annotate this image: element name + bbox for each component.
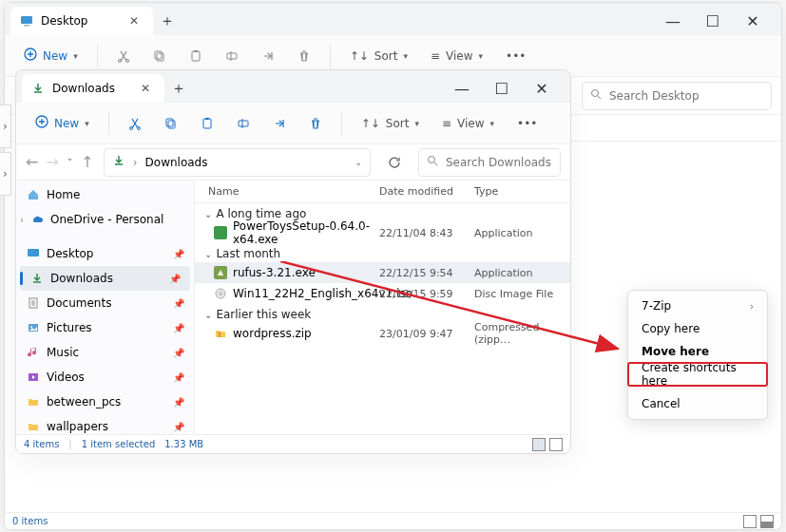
sidebar-item-wallpapers[interactable]: wallpapers📌 bbox=[16, 414, 194, 434]
file-type: Disc Image File bbox=[474, 288, 569, 300]
file-row[interactable]: rufus-3.21.exe22/12/15 9:54Application bbox=[195, 262, 570, 283]
details-view-icon[interactable] bbox=[532, 438, 546, 451]
sidebar-item-desktop[interactable]: Desktop📌 bbox=[16, 241, 194, 266]
tab-bar: Downloads ✕ ＋ — ☐ ✕ bbox=[16, 70, 570, 103]
view-button[interactable]: ≡ View ▾ bbox=[421, 42, 492, 70]
tab-downloads[interactable]: Downloads ✕ bbox=[22, 74, 164, 103]
folder-icon bbox=[26, 419, 41, 434]
maximize-button[interactable]: ☐ bbox=[483, 74, 521, 103]
svg-rect-16 bbox=[203, 119, 211, 128]
nav-handle-down[interactable]: › bbox=[0, 152, 11, 196]
back-button[interactable]: ← bbox=[26, 153, 38, 171]
paste-button[interactable] bbox=[180, 42, 212, 70]
delete-button[interactable] bbox=[288, 42, 320, 70]
close-tab-icon[interactable]: ✕ bbox=[125, 11, 144, 30]
share-button[interactable] bbox=[263, 109, 296, 138]
sort-label: Sort bbox=[386, 117, 410, 130]
minimize-button[interactable]: — bbox=[654, 7, 692, 35]
chevron-down-icon: ▾ bbox=[490, 119, 495, 128]
file-row[interactable]: wordpress.zip23/01/09 9:47Compressed (zi… bbox=[195, 323, 570, 344]
refresh-button[interactable] bbox=[380, 148, 409, 177]
desktop-icon bbox=[20, 14, 33, 28]
view-icon: ≡ bbox=[442, 117, 451, 130]
window-controls: — ☐ ✕ bbox=[443, 74, 565, 103]
new-tab-button[interactable]: ＋ bbox=[153, 7, 182, 35]
recent-button[interactable]: ⌄ bbox=[67, 153, 74, 171]
svg-rect-1 bbox=[24, 25, 29, 27]
paste-button[interactable] bbox=[191, 109, 223, 138]
menu-item-7-zip[interactable]: 7-Zip› bbox=[628, 294, 767, 317]
search-input[interactable] bbox=[446, 156, 571, 169]
menu-item-create-shortcuts-here[interactable]: Create shortcuts here bbox=[628, 363, 767, 386]
column-headers: Name Date modified Type bbox=[195, 180, 570, 203]
group-header[interactable]: ⌄ Earlier this week bbox=[195, 304, 570, 323]
close-tab-icon[interactable]: ✕ bbox=[136, 79, 155, 98]
breadcrumb[interactable]: › Downloads ⌄ bbox=[104, 148, 371, 177]
svg-rect-8 bbox=[194, 50, 198, 52]
chevron-down-icon: ▾ bbox=[73, 51, 78, 61]
chevron-down-icon: ▾ bbox=[403, 51, 408, 61]
up-button[interactable]: ↑ bbox=[81, 153, 93, 171]
new-tab-button[interactable]: ＋ bbox=[164, 74, 193, 103]
status-items: 4 items bbox=[24, 439, 59, 449]
group-header[interactable]: ⌄ Last month bbox=[195, 243, 570, 262]
file-row[interactable]: Win11_22H2_English_x64v1.iso22/12/15 9:5… bbox=[195, 283, 570, 304]
close-window-button[interactable]: ✕ bbox=[523, 74, 561, 103]
copy-button[interactable] bbox=[144, 42, 176, 70]
sidebar-item-pictures[interactable]: Pictures📌 bbox=[16, 315, 194, 340]
more-button[interactable]: ••• bbox=[496, 42, 535, 70]
column-type[interactable]: Type bbox=[474, 185, 569, 198]
chevron-down-icon[interactable]: ⌄ bbox=[355, 158, 362, 167]
sort-button[interactable]: ↑↓ Sort ▾ bbox=[340, 42, 417, 70]
tab-desktop[interactable]: Desktop ✕ bbox=[10, 7, 153, 35]
sidebar-item-label: Home bbox=[47, 188, 80, 201]
search-input[interactable] bbox=[609, 89, 763, 103]
thumbnails-view-icon[interactable] bbox=[549, 438, 563, 451]
menu-item-move-here[interactable]: Move here bbox=[628, 340, 767, 363]
rename-button[interactable] bbox=[216, 42, 248, 70]
svg-rect-6 bbox=[155, 51, 162, 59]
chevron-down-icon: ⌄ bbox=[204, 209, 212, 219]
thumbnails-view-icon[interactable] bbox=[760, 515, 774, 528]
menu-item-copy-here[interactable]: Copy here bbox=[628, 317, 767, 340]
sidebar-item-music[interactable]: Music📌 bbox=[16, 340, 194, 365]
file-row[interactable]: PowerToysSetup-0.64.0-x64.exe22/11/04 8:… bbox=[195, 222, 570, 243]
cut-button[interactable] bbox=[119, 109, 151, 138]
toolbar: New ▾ ↑↓ Sort ▾ ≡ View ▾ ••• bbox=[16, 103, 570, 144]
pin-icon: 📌 bbox=[173, 298, 184, 309]
cut-button[interactable] bbox=[107, 42, 140, 70]
search-icon bbox=[590, 88, 602, 103]
menu-item-label: Move here bbox=[642, 345, 709, 358]
copy-button[interactable] bbox=[155, 109, 187, 138]
forward-button[interactable]: → bbox=[46, 153, 58, 171]
share-button[interactable] bbox=[252, 42, 284, 70]
sidebar-item-documents[interactable]: Documents📌 bbox=[16, 291, 194, 315]
view-label: View bbox=[457, 117, 484, 130]
maximize-button[interactable]: ☐ bbox=[694, 7, 732, 35]
file-date: 22/12/15 9:54 bbox=[379, 267, 474, 279]
column-name[interactable]: Name bbox=[208, 185, 379, 198]
more-button[interactable]: ••• bbox=[508, 109, 546, 138]
sort-icon: ↑↓ bbox=[361, 117, 380, 130]
svg-point-3 bbox=[118, 59, 121, 62]
delete-button[interactable] bbox=[299, 109, 332, 138]
breadcrumb-label: Downloads bbox=[145, 156, 208, 169]
sidebar-item-downloads[interactable]: Downloads📌 bbox=[20, 266, 190, 291]
details-view-icon[interactable] bbox=[743, 515, 757, 528]
minimize-button[interactable]: — bbox=[443, 74, 481, 103]
search-box[interactable] bbox=[418, 148, 561, 177]
sidebar-item-home[interactable]: Home bbox=[16, 182, 194, 207]
column-date[interactable]: Date modified bbox=[379, 185, 474, 198]
new-button[interactable]: New ▾ bbox=[26, 109, 99, 138]
view-button[interactable]: ≡ View ▾ bbox=[432, 109, 504, 138]
rename-button[interactable] bbox=[227, 109, 259, 138]
sidebar-item-between_pcs[interactable]: between_pcs📌 bbox=[16, 390, 194, 414]
new-button[interactable]: New ▾ bbox=[14, 42, 87, 70]
sort-button[interactable]: ↑↓ Sort ▾ bbox=[352, 109, 429, 138]
nav-handle-up[interactable]: › bbox=[0, 104, 11, 148]
sidebar-item-videos[interactable]: Videos📌 bbox=[16, 365, 194, 390]
search-box[interactable] bbox=[582, 82, 772, 110]
menu-item-cancel[interactable]: Cancel bbox=[628, 392, 767, 415]
sidebar-item-onedrive[interactable]: › OneDrive - Personal bbox=[16, 207, 194, 232]
close-window-button[interactable]: ✕ bbox=[734, 7, 772, 35]
